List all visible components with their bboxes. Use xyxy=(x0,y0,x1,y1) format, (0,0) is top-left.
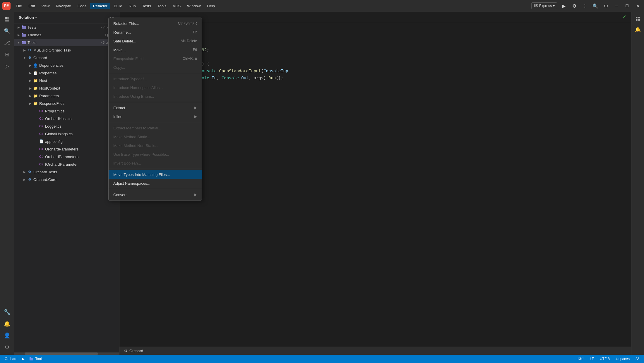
more-options-button[interactable]: ⋮ xyxy=(581,2,589,10)
notifications-icon[interactable]: 🔔 xyxy=(2,319,12,329)
menu-navigate[interactable]: Navigate xyxy=(53,3,74,9)
tree-item-program[interactable]: ▶ C# Program.cs xyxy=(14,107,119,115)
line-ending[interactable]: LF xyxy=(589,356,595,362)
tree-item-iorchardparam[interactable]: ▶ C# IOrchardParameter xyxy=(14,160,119,168)
extract-members-label: Extract Members to Partial... xyxy=(113,126,161,130)
minimize-button[interactable]: ─ xyxy=(612,2,621,10)
tree-item-host[interactable]: ▶ 📁 Host xyxy=(14,77,119,84)
menu-code[interactable]: Code xyxy=(75,3,90,9)
cursor-position[interactable]: 13:1 xyxy=(576,356,585,362)
indentation[interactable]: 4 spaces xyxy=(614,356,631,362)
menu-encapsulate: Encapsulate Field... Ctrl+R, E xyxy=(109,54,202,63)
bottom-tab[interactable]: ⚙ ⚙ Orchard Orchard xyxy=(124,349,143,353)
menu-rename[interactable]: Rename... F2 xyxy=(109,28,202,37)
svg-rect-10 xyxy=(636,17,637,18)
menu-inline[interactable]: Inline ▶ xyxy=(109,112,202,121)
expand-msbuild-icon: ▶ xyxy=(22,48,27,52)
tree-item-orchardhost[interactable]: ▶ C# OrchardHost.cs xyxy=(14,115,119,122)
encoding[interactable]: UTF-8 xyxy=(599,356,611,362)
responsefiles-icon: 📁 xyxy=(33,101,38,106)
tree-item-appconfig[interactable]: ▶ 📄 app.config xyxy=(14,138,119,145)
expand-themes-icon: ▶ xyxy=(16,32,21,37)
menu-file[interactable]: File xyxy=(13,3,25,9)
menu-convert[interactable]: Convert ▶ xyxy=(109,190,202,199)
menu-tools[interactable]: Tools xyxy=(155,3,169,9)
sidebar-scrollbar[interactable] xyxy=(14,352,119,355)
menu-refactor-this[interactable]: Refactor This... Ctrl+Shift+R xyxy=(109,19,202,28)
tree-item-msbuild[interactable]: ▶ ⚙ MSBuild.Orchard.Task xyxy=(14,46,119,54)
themes-label: Themes xyxy=(28,33,103,37)
tree-item-logger[interactable]: ▶ C# Logger.cs xyxy=(14,122,119,130)
tree-item-dependencies[interactable]: ▶ 👤 Dependencies xyxy=(14,61,119,69)
debug-button[interactable]: ⚙ xyxy=(570,2,578,10)
menu-help[interactable]: Help xyxy=(204,3,218,9)
menu-introduce-typedef: Introduce Typedef... xyxy=(109,74,202,83)
tree-item-properties[interactable]: ▶ 📋 Properties xyxy=(14,69,119,77)
convert-label: Convert xyxy=(113,193,127,197)
menu-refactor[interactable]: Refactor xyxy=(90,3,110,9)
explorer-icon[interactable] xyxy=(2,14,12,25)
iis-express-selector[interactable]: IIS Express ▾ xyxy=(531,2,557,9)
search-button[interactable]: 🔍 xyxy=(591,2,600,10)
tree-item-orchard[interactable]: ▼ ⚙ Orchard xyxy=(14,54,119,61)
tools-icon[interactable]: 🔧 xyxy=(2,307,12,317)
breadcrumb-tools[interactable]: Tools xyxy=(28,356,44,362)
orchardcore-icon: ⚙ xyxy=(27,177,32,182)
menu-window[interactable]: Window xyxy=(184,3,203,9)
expand-host-icon: ▶ xyxy=(28,78,33,83)
tree-item-orchardcore[interactable]: ▶ ⚙ Orchard.Core xyxy=(14,176,119,183)
settings-button[interactable]: ⚙ xyxy=(602,2,610,10)
tree-item-orchardtests[interactable]: ▶ ⚙ Orchard.Tests xyxy=(14,168,119,176)
breadcrumb-orchard[interactable]: Orchard xyxy=(4,356,18,362)
tree-item-parameters[interactable]: ▶ 📁 Parameters xyxy=(14,92,119,100)
right-sidebar: 🔔 xyxy=(631,12,644,355)
safe-delete-shortcut: Alt+Delete xyxy=(181,39,197,43)
settings-side-icon[interactable]: ⚙ xyxy=(2,342,12,352)
right-sidebar-explorer-icon[interactable] xyxy=(633,14,643,23)
orchardhost-cs-icon: C# xyxy=(39,116,44,121)
tree-item-orchardparams1[interactable]: ▶ C# OrchardParameters xyxy=(14,145,119,153)
svg-rect-13 xyxy=(638,19,640,21)
orchardtests-label: Orchard.Tests xyxy=(33,170,119,174)
menu-safe-delete[interactable]: Safe Delete... Alt+Delete xyxy=(109,37,202,45)
menu-run[interactable]: Run xyxy=(126,3,139,9)
run-button[interactable]: ▶ xyxy=(560,2,568,10)
tree-item-orchardparams2[interactable]: ▶ C# OrchardParameters xyxy=(14,153,119,160)
extensions-icon[interactable]: ⊞ xyxy=(2,49,12,60)
menu-move-types[interactable]: Move Types Into Matching Files... xyxy=(109,170,202,179)
menu-move[interactable]: Move... F6 xyxy=(109,45,202,54)
right-notifications-icon[interactable]: 🔔 xyxy=(633,25,643,34)
menu-tests[interactable]: Tests xyxy=(139,3,154,9)
search-icon[interactable]: 🔍 xyxy=(2,26,12,36)
git-icon[interactable]: ⎇ xyxy=(2,37,12,48)
run-debug-icon[interactable]: ▷ xyxy=(2,61,12,71)
tree-item-themes[interactable]: ▶ Themes · 1 project xyxy=(14,31,119,39)
program-cs-icon: C# xyxy=(39,108,44,114)
tree-item-hostcontext[interactable]: ▶ 📁 HostContext xyxy=(14,84,119,92)
menu-adjust-namespaces[interactable]: Adjust Namespaces... xyxy=(109,179,202,188)
tree-item-tests[interactable]: ▶ Tests · 7 projects xyxy=(14,23,119,31)
statusbar: Orchard ▶ Tools 13:1 LF UTF-8 4 spaces A… xyxy=(0,355,644,363)
adjust-namespaces-label: Adjust Namespaces... xyxy=(113,181,150,186)
menu-edit[interactable]: Edit xyxy=(25,3,38,9)
solution-title: Solution ▾ xyxy=(19,15,107,20)
account-icon[interactable]: 👤 xyxy=(2,330,12,341)
tree-item-tools[interactable]: ▼ Tools · 3 projects xyxy=(14,39,119,46)
menu-view[interactable]: View xyxy=(38,3,52,9)
extract-label: Extract xyxy=(113,106,125,110)
menu-introduce-namespace: Introduce Namespace Alias... xyxy=(109,83,202,92)
rename-label: Rename... xyxy=(113,30,131,35)
svg-rect-5 xyxy=(22,25,23,27)
extract-arrow-icon: ▶ xyxy=(194,106,197,110)
close-button[interactable]: ✕ xyxy=(633,2,642,10)
menu-extract[interactable]: Extract ▶ xyxy=(109,103,202,112)
menu-build[interactable]: Build xyxy=(111,3,125,9)
app-logo: R# xyxy=(2,2,11,10)
menu-vcs[interactable]: VCS xyxy=(170,3,184,9)
convert-arrow-icon: ▶ xyxy=(194,193,197,197)
context-menu[interactable]: Refactor This... Ctrl+Shift+R Rename... … xyxy=(108,18,202,201)
font-size-icon[interactable]: Aᴬ xyxy=(634,356,640,362)
tree-item-globalusings[interactable]: ▶ C# GlobalUsings.cs xyxy=(14,130,119,138)
tree-item-responsefiles[interactable]: ▶ 📁 ResponseFiles xyxy=(14,100,119,107)
maximize-button[interactable]: □ xyxy=(623,2,631,10)
